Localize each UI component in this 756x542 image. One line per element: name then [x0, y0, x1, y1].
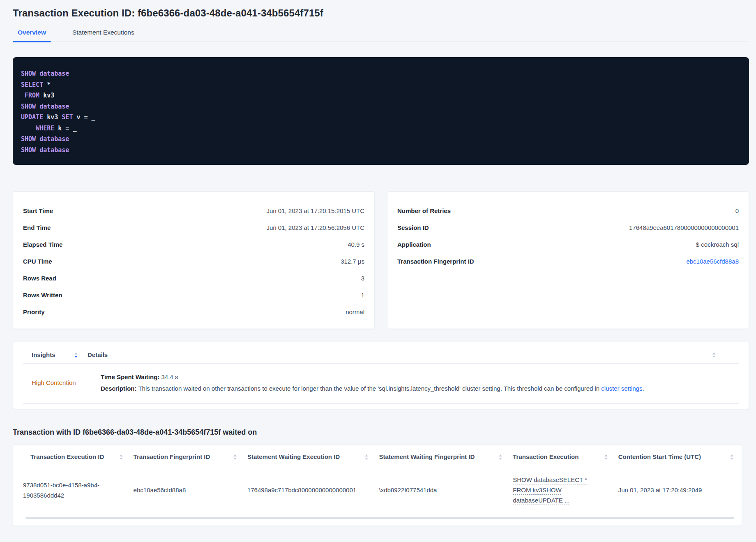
sort-down-arrow-icon [120, 458, 123, 460]
waited-on-data-row: 9738d051-bc0e-4158-a9b4-1903586ddd42 ebc… [23, 466, 735, 514]
sql-text: * [43, 81, 51, 88]
sql-keyword: UPDATE [21, 113, 43, 121]
detail-label: Transaction Fingerprint ID [397, 258, 474, 265]
insight-description-label: Description: [101, 385, 137, 392]
sort-icon[interactable] [120, 454, 123, 460]
detail-row-priority: Priority normal [23, 303, 364, 320]
sql-keyword: SHOW database [21, 70, 69, 77]
sql-keyword: SHOW database [21, 103, 69, 110]
detail-value: 40.9 s [348, 241, 364, 248]
detail-label: Start Time [23, 207, 53, 214]
detail-value: Jun 01, 2023 at 17:20:15:2015 UTC [266, 207, 364, 214]
sort-icon[interactable] [74, 352, 78, 358]
tab-statement-executions[interactable]: Statement Executions [67, 25, 139, 42]
detail-value: 17648a9eea6017800000000000000001 [629, 224, 739, 231]
cell-contention-start-time: Jun 01, 2023 at 17:20:49:2049 [618, 466, 735, 514]
column-header-transaction-fingerprint-id[interactable]: Transaction Fingerprint ID [134, 453, 210, 460]
sql-code-line: SHOW database [21, 101, 739, 112]
cell-transaction-fingerprint-id: ebc10ae56cfd88a8 [134, 466, 247, 514]
cell-statement-waiting-execution-id: 176498a9c717bdc80000000000000001 [247, 466, 379, 514]
sort-down-arrow-icon [499, 458, 502, 460]
sql-code-line: SHOW database [21, 68, 739, 79]
detail-value: 1 [361, 292, 364, 299]
detail-label: Priority [23, 308, 45, 315]
sql-statements-box: SHOW database SELECT * FROM kv3 SHOW dat… [13, 57, 749, 165]
sort-icon[interactable] [712, 352, 716, 358]
insight-details: Time Spent Waiting: 34.4 s Description: … [101, 373, 644, 392]
sql-keyword: SELECT [21, 81, 43, 88]
page-title: Transaction Execution ID: f6be6366-da03-… [13, 7, 749, 19]
detail-label: Rows Read [23, 275, 56, 282]
detail-row-elapsed-time: Elapsed Time 40.9 s [23, 236, 364, 253]
waited-on-table: Transaction Execution ID Transaction Fin… [23, 453, 735, 514]
detail-label: Rows Written [23, 292, 62, 299]
sql-keyword: SHOW database [21, 135, 69, 143]
waited-on-header-row: Transaction Execution ID Transaction Fin… [23, 453, 735, 466]
insight-waiting-value: 34.4 s [159, 373, 178, 380]
sort-down-arrow-icon [365, 458, 368, 460]
detail-label: End Time [23, 224, 51, 231]
insight-description-suffix: . [642, 385, 644, 392]
sort-up-arrow-icon [712, 352, 716, 354]
column-header-contention-start-time[interactable]: Contention Start Time (UTC) [618, 453, 701, 460]
sort-down-arrow-icon [712, 356, 716, 358]
transaction-execution-statement-link[interactable]: SHOW databaseSELECT * FROM kv3SHOW datab… [513, 476, 587, 504]
detail-row-start-time: Start Time Jun 01, 2023 at 17:20:15:2015… [23, 202, 364, 219]
sql-text [21, 125, 36, 132]
column-header-transaction-execution[interactable]: Transaction Execution [513, 453, 579, 460]
detail-value: 312.7 µs [341, 258, 364, 265]
detail-row-application: Application $ cockroach sql [397, 236, 739, 253]
detail-label: CPU Time [23, 258, 52, 265]
detail-row-cpu-time: CPU Time 312.7 µs [23, 253, 364, 270]
detail-row-session-id: Session ID 17648a9eea6017800000000000000… [397, 219, 739, 236]
detail-value: $ cockroach sql [696, 241, 739, 248]
cell-statement-waiting-fingerprint-id: \xdb8922f077541dda [379, 466, 513, 514]
tab-overview[interactable]: Overview [13, 25, 51, 42]
cluster-settings-link[interactable]: cluster settings [601, 385, 642, 392]
column-header-statement-waiting-execution-id[interactable]: Statement Waiting Execution ID [247, 453, 340, 460]
sort-up-arrow-icon [365, 454, 368, 456]
column-header-statement-waiting-fingerprint-id[interactable]: Statement Waiting Fingerprint ID [379, 453, 475, 460]
insight-waiting-label: Time Spent Waiting: [101, 373, 159, 380]
sort-up-arrow-icon [74, 352, 78, 354]
detail-value: normal [346, 308, 364, 315]
transaction-fingerprint-link[interactable]: ebc10ae56cfd88a8 [686, 258, 739, 265]
sort-down-arrow-icon [74, 356, 78, 358]
sql-code-line: SHOW database [21, 145, 739, 156]
detail-value: 3 [361, 275, 364, 282]
high-contention-badge: High Contention [32, 379, 101, 386]
sql-text: kv3 [43, 113, 62, 121]
detail-label: Elapsed Time [23, 241, 62, 248]
summary-cards-row: Start Time Jun 01, 2023 at 17:20:15:2015… [13, 191, 749, 329]
column-header-insights[interactable]: Insights [32, 351, 74, 358]
insights-card: Insights Details High Contention Time Sp… [13, 342, 749, 409]
cell-transaction-execution-id: 9738d051-bc0e-4158-a9b4-1903586ddd42 [23, 466, 134, 514]
insight-row: High Contention Time Spent Waiting: 34.4… [23, 364, 739, 404]
sort-up-arrow-icon [233, 454, 237, 456]
sort-up-arrow-icon [730, 454, 733, 456]
sort-icon[interactable] [499, 454, 502, 460]
insight-description-line: Description: This transaction waited on … [101, 385, 644, 392]
sql-code-line: WHERE k = _ [21, 123, 739, 134]
sql-code-line: UPDATE kv3 SET v = _ [21, 112, 739, 123]
sql-text: v = _ [73, 113, 95, 121]
sort-icon[interactable] [365, 454, 368, 460]
column-header-transaction-execution-id[interactable]: Transaction Execution ID [30, 453, 104, 460]
sort-down-arrow-icon [730, 458, 733, 460]
sql-text: kv3 [39, 92, 54, 99]
detail-row-end-time: End Time Jun 01, 2023 at 17:20:56:2056 U… [23, 219, 364, 236]
detail-value: Jun 01, 2023 at 17:20:56:2056 UTC [266, 224, 364, 231]
sort-icon[interactable] [233, 454, 237, 460]
sql-code-line: FROM kv3 [21, 90, 739, 101]
insight-waiting-line: Time Spent Waiting: 34.4 s [101, 373, 644, 380]
waited-on-heading: Transaction with ID f6be6366-da03-48de-a… [13, 428, 749, 437]
sql-text [21, 92, 25, 99]
sort-icon[interactable] [604, 454, 608, 460]
sql-keyword: SET [62, 113, 73, 121]
column-header-details[interactable]: Details [88, 351, 108, 358]
horizontal-scrollbar[interactable] [25, 517, 734, 519]
sort-icon[interactable] [730, 454, 733, 460]
sort-down-arrow-icon [604, 458, 608, 460]
sql-keyword: SHOW database [21, 146, 69, 154]
detail-value: 0 [735, 207, 739, 214]
